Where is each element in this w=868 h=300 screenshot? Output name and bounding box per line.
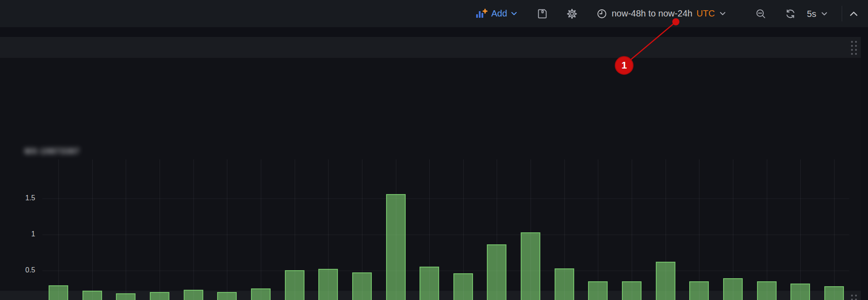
refresh-interval-label: 5s	[807, 8, 816, 19]
panel-drag-handle[interactable]	[851, 295, 857, 300]
dashboard-toolbar: Add	[0, 0, 868, 27]
v-gridline	[328, 159, 329, 300]
collapse-toolbar-button[interactable]	[850, 11, 858, 16]
v-gridline	[767, 159, 767, 300]
v-gridline	[126, 159, 126, 300]
toolbar-divider	[842, 6, 842, 21]
h-gridline	[42, 235, 849, 235]
panel-title-blurred[interactable]: MX-19873387	[25, 147, 80, 156]
chevron-down-icon	[511, 12, 517, 16]
plot-area: 22:0023:0000:0001:0002:0003:0004:0005:00…	[42, 159, 849, 300]
v-gridline	[295, 159, 295, 300]
v-gridline	[227, 159, 227, 300]
zoom-out-icon	[755, 8, 766, 19]
v-gridline	[58, 159, 59, 300]
v-gridline	[160, 159, 160, 300]
bar-chart-add-icon	[475, 8, 488, 19]
add-button-label: Add	[491, 8, 507, 19]
add-panel-button[interactable]: Add	[475, 8, 517, 19]
h-gridline	[42, 271, 849, 271]
panel-above-sliver	[0, 37, 861, 58]
gear-icon	[566, 8, 578, 20]
v-gridline	[564, 159, 565, 300]
chevron-down-icon	[821, 12, 827, 16]
annotation-badge-label: 1	[621, 60, 627, 71]
panel-drag-handle[interactable]	[851, 41, 857, 55]
timezone-label: UTC	[696, 8, 715, 19]
v-gridline	[396, 159, 396, 300]
h-gridline	[42, 199, 849, 199]
v-gridline	[632, 159, 632, 300]
refresh-button[interactable]	[785, 8, 796, 20]
v-gridline	[598, 159, 598, 300]
chart-panel: MX-19873387 22:0023:0000:0001:0002:0003:…	[0, 58, 861, 290]
chevron-down-icon	[720, 12, 726, 16]
grafana-dashboard: Add	[0, 0, 868, 300]
dashboard-settings-button[interactable]	[566, 8, 578, 20]
v-gridline	[362, 159, 362, 300]
annotation-badge-1: 1	[615, 56, 634, 75]
v-gridline	[429, 159, 430, 300]
save-icon	[537, 8, 548, 20]
save-dashboard-button[interactable]	[537, 8, 548, 20]
time-range-picker[interactable]: now-48h to now-24h UTC	[596, 8, 726, 19]
clock-icon	[596, 8, 607, 19]
v-gridline	[497, 159, 497, 300]
chevron-up-icon	[850, 11, 858, 16]
v-gridline	[261, 159, 261, 300]
refresh-icon	[785, 8, 796, 20]
time-range-text: now-48h to now-24h	[612, 8, 692, 19]
v-gridline	[733, 159, 733, 300]
y-tick-label: 1	[16, 230, 35, 238]
v-gridline	[463, 159, 464, 300]
v-gridline	[699, 159, 699, 300]
v-gridline	[193, 159, 194, 300]
v-gridline	[531, 159, 531, 300]
v-gridline	[666, 159, 666, 300]
zoom-out-time-button[interactable]	[755, 8, 766, 19]
y-tick-label: 0.5	[16, 266, 35, 274]
v-gridline	[834, 159, 835, 300]
y-tick-label: 1.5	[16, 194, 35, 202]
v-gridline	[92, 159, 93, 300]
v-gridline	[800, 159, 801, 300]
refresh-interval-dropdown[interactable]: 5s	[807, 8, 827, 19]
